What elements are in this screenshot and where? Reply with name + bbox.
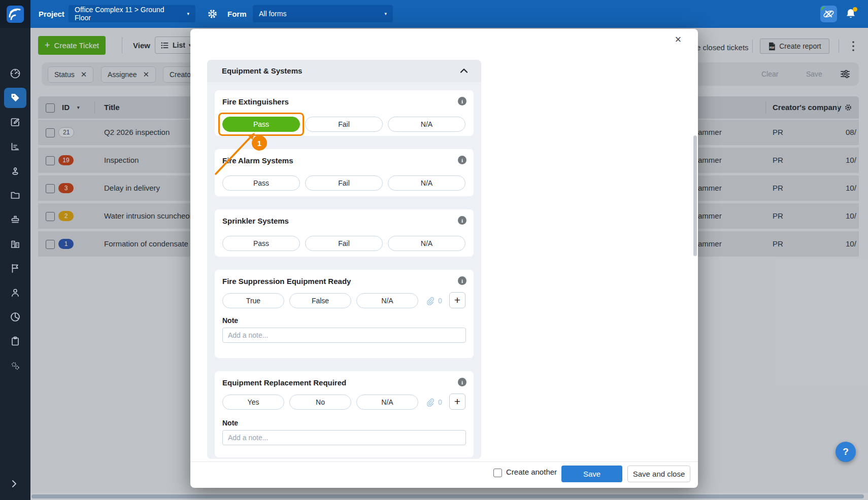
form-modal: × Equipment & Systems Fire Extinguishers… [190,29,698,488]
info-icon[interactable]: i [458,276,466,285]
add-attachment-button[interactable]: + [449,394,465,410]
option-fail[interactable]: Fail [305,117,383,132]
modal-scrollbar[interactable] [693,135,697,256]
paperclip-icon[interactable] [424,296,435,306]
option-fail[interactable]: Fail [305,236,383,251]
section-header[interactable]: Equipment & Systems [207,60,481,82]
files-folder-icon[interactable] [9,189,21,201]
option-na[interactable]: N/A [356,395,418,410]
forms-edit-icon[interactable] [9,116,21,128]
info-icon[interactable]: i [458,216,466,225]
field-card-fire-suppression: Fire Suppression Equipment Ready i True … [215,270,474,358]
option-na[interactable]: N/A [388,117,465,132]
section-title: Equipment & Systems [222,60,302,82]
form-label: Form [227,0,247,28]
attachment-count: 0 [438,395,442,410]
info-icon[interactable]: i [458,378,466,386]
help-button[interactable]: ? [836,442,856,462]
paperclip-icon[interactable] [424,397,435,408]
tutorial-step-badge: 1 [252,135,267,151]
add-attachment-button[interactable]: + [449,292,465,308]
form-dropdown[interactable]: All forms ▾ [253,5,393,22]
project-dropdown[interactable]: Office Complex 11 > Ground Floor ▾ [69,5,195,22]
project-label: Project [39,0,64,28]
save-button[interactable]: Save [561,466,622,482]
create-another-label[interactable]: Create another [506,464,557,480]
logo-icon [6,5,24,23]
option-yes[interactable]: Yes [222,395,284,410]
notification-dot [853,7,857,12]
flags-icon[interactable] [9,262,21,274]
field-card-sprinkler-systems: Sprinkler Systems i Pass Fail N/A [215,209,474,257]
app-logo[interactable] [0,0,30,28]
reports-chart-icon[interactable] [9,140,21,153]
field-card-fire-alarm-systems: Fire Alarm Systems i Pass Fail N/A [215,149,474,196]
note-label: Note [222,419,238,427]
dashboard-gauge-icon[interactable] [9,67,21,80]
tasks-clipboard-icon[interactable] [9,335,21,347]
companies-buildings-icon[interactable] [9,238,21,250]
option-false[interactable]: False [289,293,351,308]
field-label: Fire Alarm Systems [222,156,293,165]
create-another-checkbox[interactable] [493,469,502,477]
sidebar-expand-chevron-icon[interactable] [9,479,21,491]
caret-down-icon: ▾ [378,11,387,16]
option-no[interactable]: No [289,395,351,410]
project-settings-gear-icon[interactable] [206,8,219,20]
caret-down-icon: ▾ [181,11,189,16]
form-section-panel: Equipment & Systems Fire Extinguishers i… [207,60,481,459]
users-person-icon[interactable] [9,287,21,299]
settings-gears-icon[interactable] [9,360,21,372]
option-pass-selected[interactable]: Pass [222,117,300,132]
chevron-up-icon[interactable] [460,68,468,74]
save-and-close-button[interactable]: Save and close [627,466,690,482]
top-navbar: Project Office Complex 11 > Ground Floor… [0,0,868,28]
option-true[interactable]: True [222,293,284,308]
field-label: Fire Suppression Equipment Ready [222,277,351,285]
option-fail[interactable]: Fail [305,175,383,191]
note-label: Note [222,316,238,325]
left-sidebar [0,28,30,500]
field-label: Sprinkler Systems [222,217,289,225]
footer-divider [190,461,698,462]
people-location-icon[interactable] [9,165,21,177]
option-pass[interactable]: Pass [222,236,300,251]
info-icon[interactable]: i [458,156,466,164]
option-pass[interactable]: Pass [222,175,300,191]
field-label: Equipment Replacement Required [222,378,346,387]
option-na[interactable]: N/A [388,236,465,251]
note-input[interactable] [222,328,466,343]
notification-bell-icon[interactable] [844,7,858,21]
form-dropdown-value: All forms [259,10,286,18]
stamp-icon[interactable] [9,213,21,226]
option-na[interactable]: N/A [388,175,465,191]
field-label: Fire Extinguishers [222,97,289,106]
close-icon[interactable]: × [672,33,685,46]
analytics-pie-icon[interactable] [9,311,21,323]
info-icon[interactable]: i [458,97,466,105]
option-na[interactable]: N/A [356,293,418,308]
project-dropdown-value: Office Complex 11 > Ground Floor [75,6,181,22]
note-input[interactable] [222,430,466,445]
field-card-fire-extinguishers: Fire Extinguishers i Pass Fail N/A [215,90,474,136]
tickets-tag-icon[interactable] [9,92,21,104]
field-card-equipment-replacement: Equipment Replacement Required i Yes No … [215,371,474,457]
attachment-count: 0 [438,293,442,308]
app-switcher-icon[interactable] [820,6,837,22]
